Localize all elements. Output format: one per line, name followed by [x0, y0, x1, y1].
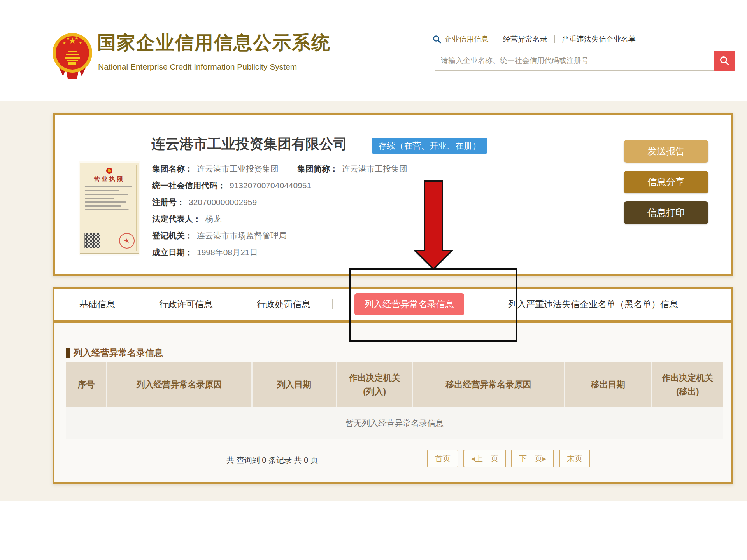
- company-status-badge: 存续（在营、开业、在册）: [372, 138, 487, 154]
- site-title: 国家企业信用信息公示系统: [97, 30, 331, 55]
- search-bar: [435, 51, 735, 71]
- site-header: ★ ★ ★ ★ ★ 国家企业信用信息公示系统 National Enterpri…: [0, 0, 747, 100]
- pagination-last-button[interactable]: 末页: [559, 450, 590, 467]
- license-title: 营业执照: [85, 175, 134, 183]
- business-license-thumbnail: 营业执照 ★: [80, 163, 139, 254]
- license-emblem-icon: [106, 168, 112, 174]
- search-input[interactable]: [435, 51, 714, 70]
- license-qr-code: [85, 233, 100, 248]
- col-header-deciding-authority-out: 作出决定机关 (移出): [652, 362, 723, 407]
- nav-link-abnormal-list[interactable]: 经营异常名录: [503, 34, 547, 44]
- section-title-bar: [66, 348, 70, 358]
- info-row-credit-code: 统一社会信用代码： 913207007040440951: [152, 180, 426, 197]
- abnormal-operations-table: 序号 列入经营异常名录原因 列入日期 作出决定机关 (列入) 移出经营异常名录原…: [66, 362, 723, 439]
- pagination-next-button[interactable]: 下一页▸: [511, 450, 554, 467]
- company-info-panel: 营业执照 ★ 连云港市工业投资集团有限公司 存续（在营、开业、在册） 集团名称：…: [53, 113, 733, 276]
- tab-administrative-penalty[interactable]: 行政处罚信息: [257, 298, 310, 310]
- tab-serious-violation-blacklist[interactable]: 列入严重违法失信企业名单（黑名单）信息: [508, 298, 678, 310]
- license-seal: ★: [117, 231, 136, 250]
- search-button-icon: [719, 56, 729, 66]
- col-header-deciding-authority-in: 作出决定机关 (列入): [337, 362, 413, 407]
- info-row-legal-representative: 法定代表人： 杨龙: [152, 214, 426, 230]
- svg-text:★: ★: [67, 36, 70, 40]
- nav-separator: [496, 35, 496, 43]
- company-action-buttons: 发送报告 信息分享 信息打印: [624, 140, 708, 232]
- col-header-inclusion-reason: 列入经营异常名录原因: [107, 362, 253, 407]
- col-header-inclusion-date: 列入日期: [253, 362, 337, 407]
- national-emblem-logo: ★ ★ ★ ★ ★: [51, 29, 93, 79]
- send-report-button[interactable]: 发送报告: [624, 140, 708, 163]
- info-row-group-name: 集团名称： 连云港市工业投资集团 集团简称： 连云港市工投集团: [152, 163, 426, 180]
- pagination-first-button[interactable]: 首页: [427, 450, 458, 467]
- col-header-removal-date: 移出日期: [565, 362, 652, 407]
- tab-separator: [137, 299, 137, 309]
- record-count-summary: 共 查询到 0 条记录 共 0 页: [171, 455, 374, 466]
- pagination-prev-button[interactable]: ◂上一页: [463, 450, 506, 467]
- nav-link-enterprise-credit[interactable]: 企业信用信息: [444, 34, 489, 44]
- share-info-button[interactable]: 信息分享: [624, 171, 708, 193]
- page: ★ ★ ★ ★ ★ 国家企业信用信息公示系统 National Enterpri…: [0, 0, 747, 560]
- tab-separator: [332, 299, 333, 309]
- search-icon: [433, 35, 441, 44]
- svg-text:★: ★: [63, 41, 66, 45]
- nav-link-blacklist[interactable]: 严重违法失信企业名单: [562, 34, 636, 44]
- top-nav: 企业信用信息 经营异常名录 严重违法失信企业名单: [433, 34, 636, 44]
- nav-separator: [554, 35, 555, 43]
- table-empty-state: 暂无列入经营异常名录信息: [66, 407, 723, 439]
- tab-basic-info[interactable]: 基础信息: [79, 298, 115, 310]
- company-name: 连云港市工业投资集团有限公司: [151, 135, 347, 154]
- company-info-rows: 集团名称： 连云港市工业投资集团 集团简称： 连云港市工投集团 统一社会信用代码…: [152, 163, 426, 264]
- search-button[interactable]: [714, 51, 735, 71]
- print-info-button[interactable]: 信息打印: [624, 201, 708, 224]
- col-header-removal-reason: 移出经营异常名录原因: [413, 362, 565, 407]
- annotation-highlight-rectangle: [349, 268, 517, 342]
- table-header-row: 序号 列入经营异常名录原因 列入日期 作出决定机关 (列入) 移出经营异常名录原…: [66, 362, 723, 407]
- svg-text:★: ★: [79, 41, 82, 45]
- tab-administrative-licensing[interactable]: 行政许可信息: [159, 298, 213, 310]
- tab-separator: [235, 299, 235, 309]
- info-row-registration-authority: 登记机关： 连云港市市场监督管理局: [152, 230, 426, 247]
- svg-text:★: ★: [75, 36, 79, 40]
- annotation-red-arrow: [412, 180, 455, 271]
- pagination: 首页 ◂上一页 下一页▸ 末页: [427, 450, 590, 467]
- info-row-establishment-date: 成立日期： 1998年08月21日: [152, 247, 426, 264]
- section-title: 列入经营异常名录信息: [66, 347, 163, 359]
- col-header-index: 序号: [66, 362, 107, 407]
- info-row-registration-number: 注册号： 320700000002959: [152, 197, 426, 214]
- site-subtitle: National Enterprise Credit Information P…: [98, 62, 297, 72]
